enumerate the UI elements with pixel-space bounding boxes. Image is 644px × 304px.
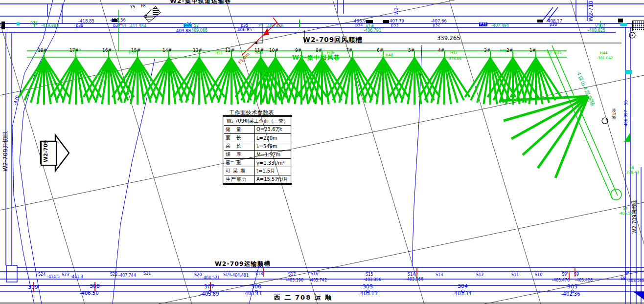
station-elevation: -403.11 bbox=[243, 291, 262, 296]
table-row: 容 重γ=1.33t/m³ bbox=[224, 159, 292, 167]
param-value: L=220m bbox=[255, 134, 292, 142]
param-value: γ=1.33t/m³ bbox=[255, 159, 292, 167]
elevation-label: -406.55 bbox=[619, 212, 633, 216]
survey-point-label: S12 bbox=[476, 273, 483, 277]
fan-number-label: 5# bbox=[408, 48, 414, 53]
table-row: 生产能力A=15.5万t/月 bbox=[224, 175, 292, 184]
map-label: YS bbox=[130, 5, 135, 9]
station-number: 307 bbox=[204, 284, 214, 289]
elevation-label: -403.356 bbox=[364, 278, 381, 282]
winch-room-label: 绞车房 bbox=[612, 109, 616, 120]
drawing-line bbox=[571, 0, 644, 304]
survey-point-label: S5 bbox=[624, 100, 628, 105]
drawing-rect bbox=[6, 265, 17, 282]
survey-point-label: V107 bbox=[595, 24, 605, 28]
drawing-polygon bbox=[633, 292, 644, 300]
station-number: 306 bbox=[251, 284, 261, 289]
survey-point-label: S11 bbox=[511, 273, 519, 277]
param-label: 容 重 bbox=[224, 159, 255, 167]
survey-point-label: S13 bbox=[436, 273, 443, 277]
survey-point-label: p30 bbox=[550, 23, 557, 27]
fan-number-label: 9# bbox=[295, 48, 301, 53]
drawing-line bbox=[333, 0, 424, 304]
fan-number-label: 3# bbox=[484, 48, 490, 53]
elevation-label: -406.85 bbox=[236, 28, 252, 32]
map-label: F8 bbox=[141, 4, 146, 8]
survey-point-label: P35 bbox=[30, 22, 38, 26]
survey-point-label: S24 bbox=[38, 273, 46, 277]
survey-point-label: p37 bbox=[113, 24, 120, 28]
param-value: M=1.52m bbox=[255, 151, 292, 159]
station-number: 304 bbox=[458, 283, 468, 289]
survey-point-label: S15 bbox=[366, 273, 373, 277]
h-point-label: H44 bbox=[600, 51, 607, 55]
drawing-polygon bbox=[55, 135, 69, 171]
elevation-label: -378.43 bbox=[625, 171, 639, 174]
survey-point-label: S20 bbox=[194, 273, 202, 277]
survey-point-label: S19 bbox=[223, 273, 230, 277]
rail-transport-roadway-label: W2-集中轨道运输巷 bbox=[170, 0, 231, 4]
fan-number-label: 1# bbox=[529, 48, 536, 53]
survey-point-label: p38 bbox=[76, 24, 83, 28]
h-point-label: H52 bbox=[129, 50, 136, 54]
survey-point-label: S10 bbox=[535, 273, 542, 277]
survey-point-label: S4 bbox=[623, 207, 628, 211]
map-label: W2- bbox=[394, 6, 399, 15]
survey-point-label: S6 bbox=[629, 166, 634, 170]
param-label: 储 量 bbox=[224, 126, 255, 134]
survey-point-label: S8' bbox=[621, 277, 626, 281]
drawing-line bbox=[100, 0, 192, 304]
fan-number-label: 10# bbox=[269, 48, 278, 53]
elevation-label: -407.744 bbox=[118, 274, 136, 278]
survey-point-label: S8 bbox=[624, 271, 629, 275]
elevation-label: -409.066 bbox=[190, 29, 207, 33]
station-elevation: -402.36 bbox=[561, 292, 580, 297]
survey-point-label: p32 bbox=[433, 23, 440, 27]
param-value: Q=23.6万t bbox=[255, 126, 292, 134]
param-label: 煤 厚 bbox=[224, 151, 255, 159]
elevation-label: -403.428 bbox=[575, 279, 593, 282]
survey-point-label: S16 bbox=[311, 272, 318, 276]
table-row: 储 量Q=23.6万t bbox=[224, 126, 292, 134]
h-point-label: H45 bbox=[554, 51, 561, 55]
survey-point-label: S9' bbox=[562, 273, 568, 277]
station-elevation: -403.13 bbox=[359, 291, 378, 296]
drawing-rect bbox=[1, 22, 5, 29]
measure-length-label: 339.265 bbox=[437, 36, 460, 42]
h-point-label: H46 bbox=[500, 49, 507, 53]
param-label: 面 长 bbox=[224, 134, 255, 142]
elevation-label: -411.3 bbox=[70, 275, 83, 279]
h-point-label: H50 bbox=[255, 51, 263, 55]
elevation-label: -404.481 bbox=[231, 274, 249, 278]
survey-point-label: P31 bbox=[479, 22, 487, 26]
elevation-label: -418.85 bbox=[78, 19, 94, 23]
h-point-label: H51 bbox=[215, 51, 223, 55]
survey-point-label: S17 bbox=[288, 273, 296, 277]
drawing-rect bbox=[17, 22, 20, 25]
return-airway-label: W2-709回风顺槽 bbox=[303, 37, 363, 43]
survey-point-label: 56 bbox=[258, 23, 263, 27]
fan-number-label: 2# bbox=[506, 48, 513, 53]
survey-point-label: S14 bbox=[408, 273, 415, 277]
drawing-rect bbox=[366, 20, 373, 23]
survey-point-label: S23 bbox=[62, 273, 69, 277]
h-point-label: H47 bbox=[450, 51, 458, 55]
survey-point-label: S22 bbox=[110, 273, 117, 277]
elevation-label: -419.883 bbox=[41, 24, 59, 28]
station-number: 305 bbox=[363, 284, 373, 289]
h-point-label: S2 bbox=[547, 51, 552, 55]
elevation-label: -408.825 bbox=[588, 29, 605, 33]
withdrawal-roadway-label: W2-709回撤巷 bbox=[632, 200, 637, 234]
elevation-label: -406.426 bbox=[266, 24, 283, 28]
param-value: A=15.5万t/月 bbox=[255, 175, 292, 184]
elevation-label: -403.568 bbox=[627, 279, 644, 283]
h-point-label: H49 bbox=[327, 51, 334, 55]
elevation-label: -405.190 bbox=[286, 279, 303, 282]
drawing-geometry bbox=[0, 0, 644, 304]
fan-number-label: 8# bbox=[316, 48, 322, 53]
survey-point-label: 52 bbox=[194, 24, 199, 28]
param-label: 生产能力 bbox=[224, 175, 255, 184]
transport-gateway-label: W2-709运输顺槽 bbox=[215, 261, 271, 267]
table-title: 工作面技术参数表 bbox=[229, 109, 274, 116]
table-row: 可 采 期t=1.5月 bbox=[224, 167, 292, 175]
